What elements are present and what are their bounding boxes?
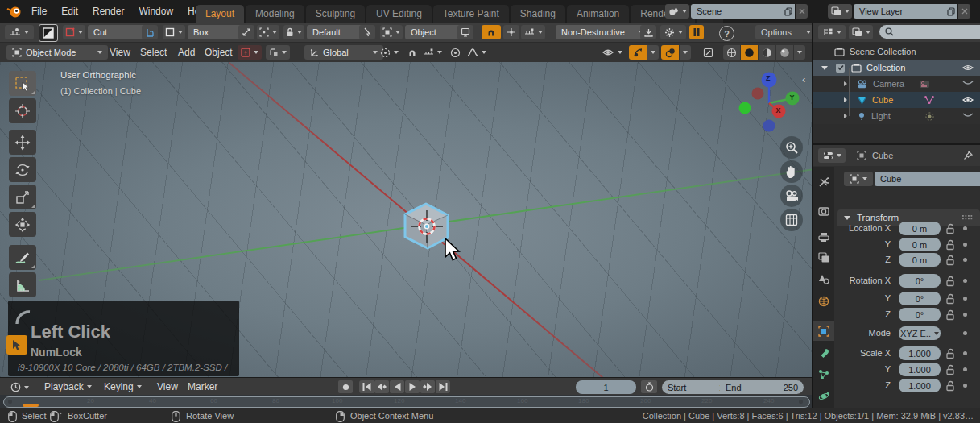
animate-dot[interactable] (963, 331, 967, 335)
pivot-point-dropdown[interactable] (377, 45, 401, 60)
scene-type-dropdown[interactable] (665, 4, 689, 19)
orientation-dropdown[interactable]: Global (304, 45, 383, 60)
transform-value-field[interactable]: 0 m (899, 222, 941, 235)
transform-value-field[interactable]: 0° (899, 292, 941, 305)
shape-icon-dropdown[interactable] (163, 25, 185, 39)
toolbar-measure-tool[interactable] (9, 272, 36, 297)
shading-wireframe-button[interactable] (723, 45, 740, 60)
scrollbar-handle-left[interactable] (8, 400, 12, 404)
disclosure-triangle-icon[interactable] (821, 66, 828, 70)
snap-magnet-toggle[interactable] (482, 25, 501, 39)
toolbar-select-box-tool[interactable] (9, 71, 36, 96)
outliner-row-light[interactable]: Light (813, 108, 980, 124)
toolbar-transform-tool[interactable] (9, 212, 36, 237)
shading-rendered-button[interactable] (776, 45, 793, 60)
settings-gear-dropdown[interactable] (660, 25, 686, 39)
toolbar-rotate-tool[interactable] (9, 157, 36, 182)
transform-value-field[interactable]: 1.000 (899, 346, 941, 360)
tab-render[interactable] (813, 201, 834, 221)
pause-toggle[interactable] (689, 25, 704, 39)
animate-dot[interactable] (963, 279, 967, 283)
scrollbar-handle-right[interactable] (799, 400, 803, 404)
tab-modeling[interactable]: Modeling (246, 5, 304, 23)
overlays-toggle[interactable] (661, 45, 679, 60)
menu-window[interactable]: Window (131, 0, 180, 23)
gizmos-toggle[interactable] (629, 45, 647, 60)
proportional-editing-icon[interactable] (448, 45, 462, 60)
view-layer-copy-button[interactable] (945, 4, 957, 19)
behavior-dropdown[interactable]: Non-Destructive (556, 25, 649, 39)
toolbar-cursor-tool[interactable] (9, 98, 36, 123)
overlays-dropdown[interactable] (680, 45, 691, 60)
sidebar-collapse-chevron[interactable]: ‹ (802, 73, 805, 85)
vp-menu-select[interactable]: Select (133, 41, 174, 64)
tab-animation[interactable]: Animation (567, 5, 629, 23)
timeline-scrollbar[interactable] (3, 396, 810, 408)
current-frame-field[interactable]: 1 (576, 380, 636, 394)
tab-tool[interactable] (813, 172, 834, 192)
display-icon-button[interactable] (457, 25, 473, 39)
timeline-editor-dropdown[interactable] (5, 380, 34, 394)
animate-dot[interactable] (963, 351, 967, 355)
jump-to-start-button[interactable] (359, 380, 374, 393)
eye-open-icon[interactable] (962, 64, 974, 72)
xray-toggle[interactable] (699, 45, 717, 60)
object-name-field[interactable]: Cube (875, 172, 980, 186)
tab-uv-editing[interactable]: UV Editing (366, 5, 432, 23)
outliner-filter-dropdown[interactable] (849, 25, 873, 39)
help-button[interactable]: ? (719, 26, 734, 41)
cursor-snap-icon-button[interactable] (359, 25, 375, 39)
animate-dot[interactable] (963, 243, 967, 247)
transform-value-field[interactable]: 0 m (899, 253, 941, 267)
falloff-curve-dropdown[interactable] (465, 45, 489, 60)
lock-icon[interactable] (945, 364, 955, 375)
snap-increment-dropdown[interactable] (521, 25, 545, 39)
vp-menu-object[interactable]: Object (197, 41, 240, 64)
rotation-mode-dropdown[interactable]: XYZ E.. (899, 326, 941, 340)
animate-dot[interactable] (963, 313, 967, 317)
recut-icon-button[interactable] (142, 25, 158, 39)
lock-icon[interactable] (945, 348, 955, 359)
panel-disclosure-icon[interactable] (844, 216, 850, 220)
view-layer-field[interactable]: View Layer (854, 4, 955, 19)
tool-dropdown[interactable] (5, 25, 34, 39)
active-tool-icon-dropdown[interactable] (238, 45, 262, 60)
play-reverse-button[interactable] (390, 380, 404, 393)
lock-icon[interactable] (945, 239, 955, 251)
pin-icon[interactable] (963, 151, 973, 160)
current-frame-marker[interactable] (23, 404, 39, 407)
outliner-search-field[interactable] (879, 25, 980, 39)
lock-icon[interactable] (945, 276, 955, 287)
toolbar-scale-tool[interactable] (9, 185, 36, 209)
transform-value-field[interactable]: 1.000 (899, 363, 941, 376)
animate-dot[interactable] (963, 297, 967, 301)
scene-name-field[interactable]: Scene (691, 4, 792, 19)
timeline-scrub-strip[interactable]: 20 40 60 80 100 120 140 160 180 200 220 … (0, 395, 812, 408)
lock-icon[interactable] (945, 380, 955, 392)
use-preview-range-button[interactable] (641, 380, 657, 393)
visibility-dropdown[interactable] (599, 45, 625, 60)
transform-value-field[interactable]: 0 m (899, 238, 941, 251)
gizmos-dropdown[interactable] (647, 45, 659, 60)
dimensions-icon-button[interactable] (238, 25, 254, 39)
scene-copy-button[interactable] (782, 4, 795, 19)
eye-closed-icon[interactable] (962, 81, 974, 87)
toolbar-annotate-tool[interactable] (9, 245, 36, 270)
auto-keyframe-button[interactable] (338, 380, 353, 393)
pan-view-button[interactable] (780, 160, 803, 183)
view-layer-remove-button[interactable] (958, 4, 970, 19)
pivot-icon-dropdown[interactable] (380, 25, 403, 39)
tab-layout[interactable]: Layout (196, 5, 244, 23)
object-id-icon-dropdown[interactable] (844, 172, 873, 186)
outliner-row-cube[interactable]: Cube (813, 92, 980, 108)
outliner-editor-dropdown[interactable] (818, 25, 846, 39)
eye-closed-icon[interactable] (962, 113, 974, 119)
tab-sculpting[interactable]: Sculpting (306, 5, 365, 23)
animate-dot[interactable] (963, 384, 967, 388)
tool-extra-icon-dropdown[interactable] (266, 45, 290, 60)
outliner-row-scene-collection[interactable]: Scene Collection (813, 44, 980, 60)
prev-keyframe-button[interactable] (374, 380, 389, 393)
navigation-gizmo[interactable]: Z Y X (737, 68, 804, 136)
menu-edit[interactable]: Edit (54, 0, 85, 23)
jump-to-end-button[interactable] (436, 380, 450, 393)
